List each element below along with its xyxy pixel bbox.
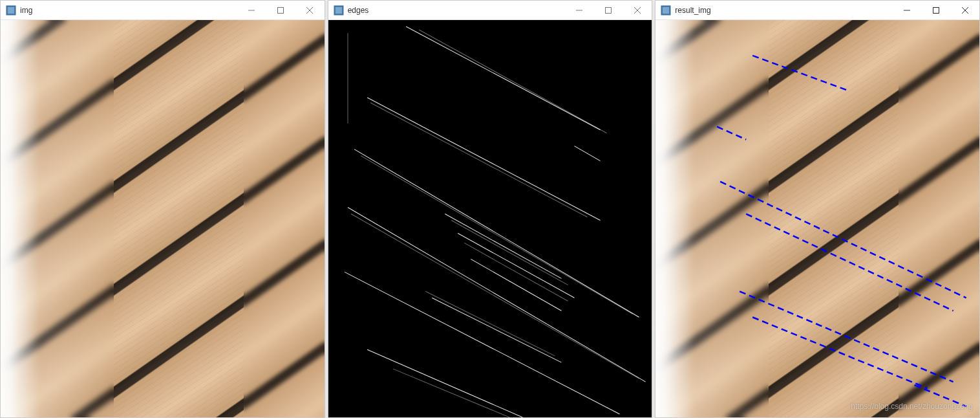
svg-rect-9 bbox=[605, 7, 611, 13]
window-title: result_img bbox=[675, 6, 892, 15]
svg-line-25 bbox=[464, 243, 568, 301]
window-controls bbox=[237, 1, 325, 19]
maximize-button[interactable] bbox=[921, 1, 950, 19]
svg-line-13 bbox=[406, 27, 600, 130]
maximize-button[interactable] bbox=[266, 1, 295, 19]
image-viewport-img bbox=[1, 20, 325, 417]
window-result-img: result_img https://blog.csdn.net bbox=[655, 0, 980, 418]
svg-line-28 bbox=[432, 298, 561, 362]
window-controls bbox=[564, 1, 652, 19]
window-controls bbox=[892, 1, 979, 19]
svg-line-26 bbox=[471, 259, 561, 311]
svg-line-29 bbox=[367, 349, 522, 417]
window-title: img bbox=[20, 6, 237, 15]
svg-rect-35 bbox=[933, 7, 939, 13]
svg-line-31 bbox=[574, 146, 600, 161]
svg-line-30 bbox=[393, 369, 509, 417]
close-button[interactable] bbox=[623, 1, 652, 19]
edge-lines bbox=[328, 20, 652, 417]
image-viewport-edges bbox=[328, 20, 652, 417]
svg-rect-1 bbox=[8, 7, 14, 14]
svg-line-14 bbox=[419, 30, 606, 133]
svg-rect-7 bbox=[336, 7, 342, 14]
app-icon bbox=[661, 5, 671, 16]
app-icon bbox=[6, 5, 16, 16]
depth-blur-left bbox=[655, 20, 769, 417]
svg-rect-3 bbox=[278, 7, 284, 13]
svg-line-24 bbox=[458, 233, 574, 298]
watermark-text: https://blog.csdn.net/zhouzongzong bbox=[851, 402, 973, 411]
titlebar[interactable]: result_img bbox=[655, 1, 979, 20]
minimize-button[interactable] bbox=[564, 1, 593, 19]
svg-line-18 bbox=[361, 156, 633, 314]
close-button[interactable] bbox=[950, 1, 979, 19]
titlebar[interactable]: edges bbox=[328, 1, 652, 20]
minimize-button[interactable] bbox=[237, 1, 266, 19]
svg-line-15 bbox=[367, 98, 600, 221]
svg-line-20 bbox=[351, 214, 639, 379]
depth-blur-right bbox=[899, 20, 979, 417]
svg-rect-33 bbox=[663, 7, 669, 14]
window-edges: edges bbox=[328, 0, 653, 418]
depth-blur-right bbox=[244, 20, 325, 417]
minimize-button[interactable] bbox=[892, 1, 921, 19]
maximize-button[interactable] bbox=[593, 1, 623, 19]
image-viewport-result: https://blog.csdn.net/zhouzongzong bbox=[655, 20, 979, 417]
svg-line-16 bbox=[370, 103, 587, 217]
svg-line-23 bbox=[451, 220, 568, 285]
svg-line-17 bbox=[354, 149, 639, 318]
svg-line-21 bbox=[345, 272, 620, 414]
titlebar[interactable]: img bbox=[1, 1, 325, 20]
depth-blur-left bbox=[1, 20, 114, 417]
window-title: edges bbox=[348, 6, 565, 15]
window-img: img bbox=[0, 0, 325, 418]
app-icon bbox=[334, 5, 344, 16]
svg-line-22 bbox=[445, 214, 561, 279]
close-button[interactable] bbox=[295, 1, 325, 19]
